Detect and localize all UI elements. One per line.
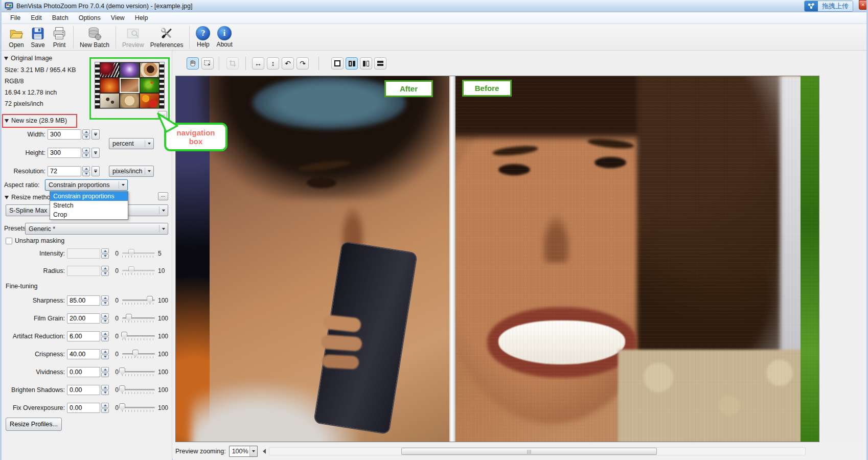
height-spinner[interactable] [82, 148, 90, 158]
spin-down-icon[interactable] [101, 301, 109, 306]
spin-down-icon[interactable] [82, 153, 90, 158]
spin-down-icon[interactable] [82, 172, 90, 177]
width-spinner[interactable] [82, 129, 90, 140]
resolution-spinner[interactable] [82, 166, 90, 176]
spin-down-icon[interactable] [101, 373, 109, 378]
view-side-by-side-button[interactable] [360, 57, 372, 70]
fix-overexposure-slider[interactable] [122, 403, 155, 413]
aspect-option-crop[interactable]: Crop [50, 210, 128, 219]
vividness-input[interactable] [67, 367, 100, 377]
width-input[interactable] [48, 129, 81, 140]
height-input[interactable] [48, 148, 81, 158]
sharpness-slider[interactable] [122, 295, 155, 306]
spin-up-icon[interactable] [101, 349, 109, 354]
flip-vertical-button[interactable]: ↕ [267, 57, 279, 70]
split-divider[interactable] [449, 76, 455, 442]
unsharp-masking-checkbox[interactable] [6, 238, 12, 244]
presets-dropdown[interactable]: Generic * [25, 223, 168, 235]
spin-down-icon[interactable] [101, 337, 109, 342]
spin-up-icon[interactable] [101, 295, 109, 301]
thumb-current-view[interactable] [120, 78, 140, 93]
brighten-shadows-input[interactable] [67, 385, 100, 395]
collapse-arrow-icon[interactable] [4, 57, 8, 60]
spin-down-icon[interactable] [82, 135, 90, 140]
view-split-button[interactable] [346, 57, 358, 70]
film-grain-spinner[interactable] [101, 313, 109, 324]
brighten-shadows-spinner[interactable] [101, 385, 109, 395]
spin-down-icon[interactable] [101, 408, 109, 413]
aspect-ratio-dropdown[interactable]: Constrain proportions [45, 179, 128, 191]
spin-up-icon[interactable] [101, 385, 109, 390]
spin-up-icon[interactable] [82, 166, 90, 171]
artifact-reduction-input[interactable] [67, 331, 100, 341]
menu-item-help[interactable]: Help [130, 13, 153, 22]
preview-canvas[interactable]: After Before [175, 76, 819, 442]
preview-zoom-dropdown[interactable]: 100% [229, 446, 258, 457]
fix-overexposure-spinner[interactable] [101, 403, 109, 413]
rotate-left-button[interactable]: ↶ [282, 57, 294, 70]
sharpness-spinner[interactable] [101, 295, 109, 306]
horizontal-scrollbar[interactable] [269, 447, 806, 455]
split-view-icon [349, 61, 355, 66]
crispness-slider[interactable] [122, 349, 155, 359]
close-button[interactable]: × [859, 0, 866, 10]
fix-overexposure-input[interactable] [67, 403, 100, 413]
height-auto-button[interactable] [92, 148, 100, 158]
print-button[interactable]: Print [49, 25, 70, 50]
vividness-slider[interactable] [122, 367, 155, 377]
crispness-spinner[interactable] [101, 349, 109, 359]
sharpness-input[interactable] [67, 295, 100, 306]
menu-item-options[interactable]: Options [74, 13, 105, 22]
width-auto-button[interactable] [92, 129, 100, 140]
resolution-auto-button[interactable] [92, 166, 100, 176]
view-top-bottom-button[interactable] [374, 57, 386, 70]
rotate-right-button[interactable]: ↷ [296, 57, 309, 70]
original-dimensions-text: 16.94 x 12.78 inch [5, 89, 57, 96]
spin-up-icon[interactable] [82, 129, 90, 134]
flip-horizontal-button[interactable]: ↔ [252, 57, 264, 70]
brighten-shadows-slider[interactable] [122, 385, 155, 395]
scrollbar-thumb[interactable] [401, 448, 657, 455]
vividness-spinner[interactable] [101, 367, 109, 377]
collapse-arrow-icon[interactable] [5, 119, 9, 123]
open-button[interactable]: Open [6, 25, 27, 50]
new-batch-button[interactable]: New Batch [77, 25, 112, 50]
resize-method-more-button[interactable]: ... [158, 192, 168, 200]
spin-up-icon[interactable] [101, 403, 109, 408]
navigation-box[interactable] [95, 62, 164, 108]
aspect-option-constrain[interactable]: Constrain proportions [50, 192, 128, 201]
spin-up-icon[interactable] [101, 331, 109, 336]
film-grain-slider[interactable] [122, 313, 155, 324]
save-button[interactable]: Save [27, 25, 49, 50]
preferences-button[interactable]: Preferences [147, 25, 187, 50]
view-single-button[interactable] [331, 57, 344, 70]
scroll-left-icon[interactable] [263, 449, 266, 454]
spin-up-icon[interactable] [101, 367, 109, 372]
upload-badge[interactable]: 拖拽上传 [804, 1, 853, 12]
spin-down-icon[interactable] [101, 390, 109, 396]
hand-tool-button[interactable] [187, 57, 199, 70]
before-pane-image[interactable] [455, 76, 819, 442]
collapse-arrow-icon[interactable] [5, 196, 9, 199]
resolution-unit-dropdown[interactable]: pixels/inch [109, 166, 154, 177]
resolution-input[interactable] [48, 166, 81, 176]
radius-label: Radius: [2, 267, 67, 274]
spin-down-icon[interactable] [101, 355, 109, 360]
menu-item-file[interactable]: File [6, 13, 25, 22]
resize-profiles-button[interactable]: Resize Profiles... [6, 418, 62, 431]
menu-item-batch[interactable]: Batch [48, 13, 73, 22]
spin-down-icon[interactable] [101, 319, 109, 324]
artifact-reduction-slider[interactable] [122, 331, 155, 341]
spin-up-icon[interactable] [101, 313, 109, 318]
aspect-option-stretch[interactable]: Stretch [50, 201, 128, 210]
menu-item-view[interactable]: View [106, 13, 129, 22]
menu-item-edit[interactable]: Edit [26, 13, 47, 22]
help-button[interactable]: ? Help [193, 25, 213, 50]
spin-up-icon[interactable] [82, 148, 90, 153]
main-toolbar: Open Save Print New Batch Preview Prefer… [2, 24, 866, 51]
film-grain-input[interactable] [67, 313, 100, 324]
marquee-tool-button[interactable] [201, 57, 214, 70]
artifact-reduction-spinner[interactable] [101, 331, 109, 341]
crispness-input[interactable] [67, 349, 100, 359]
about-button[interactable]: i About [213, 25, 235, 50]
